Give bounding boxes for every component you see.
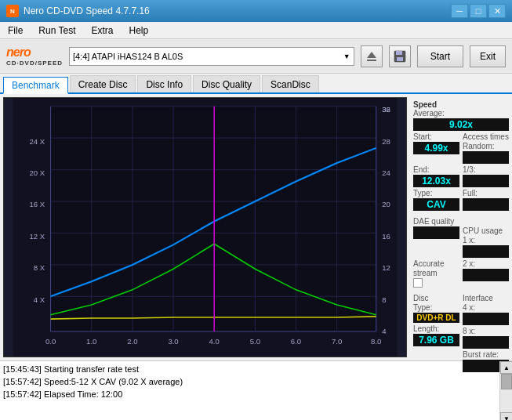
menu-file[interactable]: File <box>3 24 27 38</box>
minimize-button[interactable]: ─ <box>451 4 468 18</box>
one-three-value <box>463 175 509 187</box>
dae-value <box>413 226 459 239</box>
svg-text:12: 12 <box>382 263 390 272</box>
svg-text:4: 4 <box>382 327 387 335</box>
svg-text:28: 28 <box>382 137 390 146</box>
drive-combo[interactable]: [4:4] ATAPI iHAS124 B AL0S ▼ <box>69 47 354 66</box>
nero-logo: nero CD·DVD/SPEED <box>6 45 63 67</box>
type-label: Type: <box>413 189 459 197</box>
eject-button[interactable] <box>361 45 383 67</box>
tab-disc-quality[interactable]: Disc Quality <box>193 75 260 92</box>
stream-label: stream <box>413 269 459 277</box>
type-value: CAV <box>413 198 459 211</box>
svg-text:4.0: 4.0 <box>209 337 220 346</box>
svg-text:24 X: 24 X <box>29 137 45 146</box>
one-three-label: 1/3: <box>463 165 509 174</box>
tab-disc-info[interactable]: Disc Info <box>137 75 191 92</box>
cpu-label: CPU usage <box>463 226 509 235</box>
dae-label: DAE quality <box>413 217 509 226</box>
interface-label: Interface <box>463 294 509 302</box>
svg-text:36: 36 <box>382 105 390 114</box>
full-value <box>463 198 509 211</box>
accurate-checkbox[interactable] <box>413 278 423 288</box>
disc-type-label: Type: <box>413 303 459 312</box>
length-value: 7.96 GB <box>413 334 459 346</box>
random-label: Random: <box>463 142 509 150</box>
disc-section: Disc Type: DVD+R DL Length: 7.96 GB Inte… <box>413 294 509 372</box>
app-icon: N <box>6 5 19 17</box>
drive-selector: [4:4] ATAPI iHAS124 B AL0S ▼ <box>69 47 354 66</box>
scroll-down-button[interactable]: ▼ <box>500 412 512 420</box>
svg-marker-0 <box>367 52 376 58</box>
nero-sub-text: CD·DVD/SPEED <box>6 60 63 67</box>
cpu-8x-value <box>463 336 509 349</box>
end-label: End: <box>413 165 459 174</box>
cpu-2x-label: 2 x: <box>463 259 509 268</box>
svg-text:24: 24 <box>382 168 390 177</box>
log-scrollbar: ▲ ▼ <box>499 361 512 420</box>
svg-text:5.0: 5.0 <box>250 337 260 346</box>
random-value <box>463 151 509 164</box>
right-panel: Speed Average: 9.02x Start: 4.99x Access… <box>410 94 512 360</box>
close-button[interactable]: ✕ <box>488 4 506 18</box>
toolbar: nero CD·DVD/SPEED [4:4] ATAPI iHAS124 B … <box>0 39 512 74</box>
svg-text:7.0: 7.0 <box>332 337 342 346</box>
scroll-thumb[interactable] <box>501 374 512 389</box>
scroll-track <box>500 374 512 412</box>
svg-rect-3 <box>396 51 402 55</box>
svg-text:0.0: 0.0 <box>45 337 56 346</box>
chart-container: 4 X 8 X 12 X 16 X 20 X 24 X 4 8 12 16 20… <box>3 97 407 357</box>
cpu-1x-label: 1 x: <box>463 236 509 244</box>
svg-rect-4 <box>397 57 403 61</box>
cpu-1x-value <box>463 245 509 258</box>
svg-rect-6 <box>51 107 376 331</box>
dae-section: DAE quality CPU usage 1 x: Accurate stre… <box>413 217 509 288</box>
cpu-4x-value <box>463 313 509 325</box>
menu-run-test[interactable]: Run Test <box>34 24 80 38</box>
svg-text:8: 8 <box>382 295 386 304</box>
svg-text:6.0: 6.0 <box>291 337 301 346</box>
speed-header: Speed <box>413 100 509 109</box>
start-value: 4.99x <box>413 142 459 154</box>
svg-text:16 X: 16 X <box>29 200 45 208</box>
tab-benchmark[interactable]: Benchmark <box>3 77 68 94</box>
accurate-label: Accurate <box>413 259 459 268</box>
tab-bar: Benchmark Create Disc Disc Info Disc Qua… <box>0 74 512 94</box>
nero-logo-text: nero <box>6 45 31 60</box>
svg-text:20: 20 <box>382 200 390 208</box>
tab-scan-disc[interactable]: ScanDisc <box>262 75 319 92</box>
log-entry-2: [15:57:42] Elapsed Time: 12:00 <box>3 388 496 400</box>
cpu-4x-label: 4 x: <box>463 303 509 312</box>
speed-section: Speed Average: 9.02x Start: 4.99x Access… <box>413 97 509 211</box>
exit-button[interactable]: Exit <box>470 45 506 67</box>
average-label: Average: <box>413 109 509 118</box>
scroll-up-button[interactable]: ▲ <box>500 361 512 374</box>
window-title: Nero CD-DVD Speed 4.7.7.16 <box>24 5 150 16</box>
start-button[interactable]: Start <box>417 45 463 67</box>
svg-rect-1 <box>367 60 376 61</box>
access-label: Access times <box>463 132 509 141</box>
log-entry-1: [15:57:42] Speed:5-12 X CAV (9.02 X aver… <box>3 375 496 388</box>
menu-extra[interactable]: Extra <box>86 24 118 38</box>
combo-arrow: ▼ <box>343 52 350 60</box>
log-area: [15:45:43] Starting transfer rate test [… <box>0 360 512 420</box>
svg-text:2.0: 2.0 <box>127 337 137 346</box>
full-label: Full: <box>463 189 509 197</box>
maximize-button[interactable]: □ <box>470 4 487 18</box>
main-area: 4 X 8 X 12 X 16 X 20 X 24 X 4 8 12 16 20… <box>0 94 512 360</box>
svg-text:1.0: 1.0 <box>86 337 96 346</box>
tab-create-disc[interactable]: Create Disc <box>70 75 136 92</box>
svg-text:4 X: 4 X <box>34 295 45 304</box>
svg-text:3.0: 3.0 <box>168 337 178 346</box>
title-bar: N Nero CD-DVD Speed 4.7.7.16 ─ □ ✕ <box>0 0 512 22</box>
menu-bar: File Run Test Extra Help <box>0 22 512 39</box>
save-button[interactable] <box>389 45 411 67</box>
svg-text:8.0: 8.0 <box>371 337 381 346</box>
menu-help[interactable]: Help <box>125 24 154 38</box>
start-label: Start: <box>413 132 459 141</box>
average-value: 9.02x <box>413 118 509 131</box>
length-label: Length: <box>413 324 459 333</box>
log-content: [15:45:43] Starting transfer rate test [… <box>0 361 499 420</box>
disc-type-header: Disc <box>413 294 459 302</box>
svg-text:12 X: 12 X <box>29 232 45 241</box>
